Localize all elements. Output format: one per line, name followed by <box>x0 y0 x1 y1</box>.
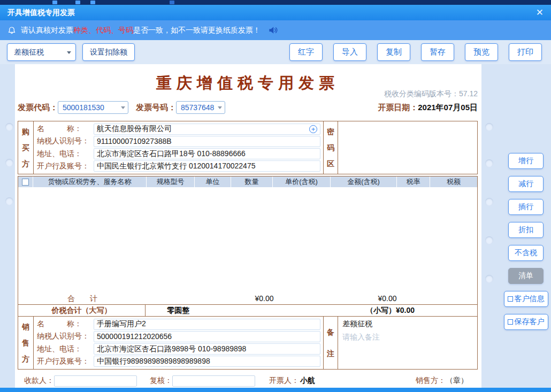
buyer-taxid-value: 91110000710927388B <box>97 137 172 145</box>
remove-row-button[interactable]: 减行 <box>508 176 544 192</box>
seller-taxid-input[interactable]: 500000191212020656 <box>94 331 320 342</box>
seller-address-input[interactable]: 北京市海淀区杏石口路9898号 010-98989898 <box>94 343 320 355</box>
decorative-dot <box>485 198 493 206</box>
buyer-bank-label: 开户行及账号： <box>37 162 94 171</box>
invoice-footer: 收款人： 复核： 开票人： 小航 销售方：（章） <box>18 374 478 387</box>
seller-address-row: 地址、电话： 北京市海淀区杏石口路9898号 010-98989898 <box>37 343 320 355</box>
password-area-label-text: 密码区 <box>327 124 335 172</box>
save-customer-button[interactable]: 保存客户 <box>504 314 548 330</box>
buyer-taxid-input[interactable]: 91110000710927388B <box>94 136 320 147</box>
buyer-name-row: 名 称： 航天信息股份有限公司 + <box>37 123 320 135</box>
seller-side-label: 销售方 <box>18 317 34 369</box>
invoice-number-select[interactable]: 85737648 <box>176 101 225 114</box>
drawer-label: 开票人： <box>269 376 299 386</box>
payee-label: 收款人： <box>24 376 54 386</box>
header-unit: 单位 <box>195 176 231 187</box>
total-label: 合 计 <box>18 294 147 304</box>
buyer-address-value: 北京市海淀区杏石口路甲18号 010-88896666 <box>97 149 246 159</box>
close-icon[interactable]: ✕ <box>536 8 544 17</box>
speaker-icon[interactable] <box>268 25 278 35</box>
select-all-checkbox[interactable] <box>22 179 29 186</box>
toolbar-actions: 红字 导入 复制 暂存 预览 打印 <box>289 43 544 61</box>
select-customer-icon[interactable]: + <box>309 125 317 133</box>
buyer-bank-input[interactable]: 中国民生银行北京紫竹支行 0120014170022475 <box>94 160 320 172</box>
header-amount: 金额(含税) <box>331 176 397 187</box>
taskbar-fragment-icon <box>75 1 80 4</box>
taskbar-fragment-icon <box>52 1 57 4</box>
invoice-window: 开具增值税专用发票 ✕ 请认真核对发票种类、代码、号码是否一致，如不一致请更换纸… <box>0 0 551 392</box>
invoice-code-row: 发票代码： 5000181530 发票号码： 85737648 开票日期：202… <box>18 99 478 116</box>
alert-bar: 请认真核对发票种类、代码、号码是否一致，如不一致请更换纸质发票！ <box>0 20 551 40</box>
copy-button[interactable]: 复制 <box>377 43 410 61</box>
remark-side-label: 备注 <box>323 317 338 369</box>
checkbox-icon <box>508 319 513 325</box>
header-checkbox-cell <box>18 176 33 187</box>
print-button[interactable]: 打印 <box>509 43 542 61</box>
buyer-section: 购买方 名 称： 航天信息股份有限公司 + 纳税人识别号： <box>18 121 478 174</box>
seller-stamp-label: 销售方： <box>416 376 446 385</box>
desktop-fragment-strip <box>0 0 551 5</box>
decorative-dot <box>5 159 13 167</box>
seller-address-label: 地址、电话： <box>37 344 94 354</box>
header-tax-rate: 税率 <box>397 176 430 187</box>
list-button[interactable]: 清单 <box>508 268 544 284</box>
decorative-dot <box>485 123 493 131</box>
payee-input[interactable] <box>54 375 137 387</box>
window-title: 开具增值税专用发票 <box>7 8 75 18</box>
tax-mode-select[interactable]: 差额征税 <box>7 43 76 61</box>
buyer-name-input[interactable]: 航天信息股份有限公司 + <box>94 124 320 135</box>
set-deduction-button[interactable]: 设置扣除额 <box>82 43 135 61</box>
items-table-header: 货物或应税劳务、服务名称 规格型号 单位 数量 单价(含税) 金额(含税) 税率… <box>18 176 477 187</box>
sum-capital-label: 价税合计（大写） <box>18 305 146 316</box>
save-customer-label: 保存客户 <box>515 317 545 327</box>
seller-taxid-row: 纳税人识别号： 500000191212020656 <box>37 330 320 342</box>
seller-taxid-value: 500000191212020656 <box>97 332 172 341</box>
remark-area[interactable]: 差额征税 请输入备注 <box>338 317 477 369</box>
items-table-body[interactable] <box>18 187 477 294</box>
reviewer-label: 复核： <box>150 376 172 386</box>
alert-text-prefix: 请认真核对发票 <box>21 26 73 34</box>
invoice-date-label: 开票日期： <box>378 103 418 112</box>
reviewer-input[interactable] <box>172 375 255 387</box>
chevron-down-icon <box>121 106 125 109</box>
password-area <box>338 121 477 174</box>
decorative-dot <box>485 159 493 167</box>
invoice-code-select[interactable]: 5000181530 <box>58 101 128 114</box>
seller-bank-input[interactable]: 中国银行98989898989898989898 <box>94 356 320 367</box>
seller-bank-row: 开户行及账号： 中国银行98989898989898989898 <box>37 356 320 367</box>
buyer-name-label: 名 称： <box>37 124 94 134</box>
alert-text: 请认真核对发票种类、代码、号码是否一致，如不一致请更换纸质发票！ <box>21 26 261 35</box>
decorative-dot <box>5 197 13 205</box>
insert-row-button[interactable]: 插行 <box>508 199 544 215</box>
total-price-value: ¥0.00 <box>227 294 302 303</box>
invoice-number-label: 发票号码： <box>136 103 176 113</box>
add-row-button[interactable]: 增行 <box>508 153 544 169</box>
seller-bank-label: 开户行及账号： <box>37 357 94 366</box>
buyer-address-input[interactable]: 北京市海淀区杏石口路甲18号 010-88896666 <box>94 148 320 159</box>
total-amount-value: ¥0.00 <box>350 294 425 303</box>
chevron-down-icon <box>67 51 71 54</box>
seller-name-input[interactable]: 手册编写用户2 <box>94 319 320 330</box>
checkbox-icon <box>508 296 513 302</box>
content-area: 重庆增值税专用发票 税收分类编码版本号：57.12 发票代码： 50001815… <box>0 64 551 388</box>
preview-button[interactable]: 预览 <box>465 43 498 61</box>
customer-info-button[interactable]: 客户信息 <box>504 291 548 307</box>
toolbar: 差额征税 设置扣除额 红字 导入 复制 暂存 预览 打印 <box>0 40 551 64</box>
alert-text-highlight: 种类、代码、号码 <box>73 26 133 34</box>
buyer-side-label: 购买方 <box>18 121 34 174</box>
temp-save-button[interactable]: 暂存 <box>421 43 454 61</box>
discount-button[interactable]: 折扣 <box>508 222 544 238</box>
invoice-date: 开票日期：2021年07月05日 <box>378 103 478 113</box>
seller-stamp-value: （章） <box>446 376 468 385</box>
seller-name-label: 名 称： <box>37 319 94 329</box>
window-bottom-edge <box>0 388 551 392</box>
seller-name-value: 手册编写用户2 <box>97 319 146 329</box>
title-bar: 开具增值税专用发票 ✕ <box>0 5 551 20</box>
import-button[interactable]: 导入 <box>333 43 366 61</box>
seller-fields: 名 称： 手册编写用户2 纳税人识别号： 500000191212020656 <box>34 317 323 369</box>
invoice-panel: 重庆增值税专用发票 税收分类编码版本号：57.12 发票代码： 50001815… <box>15 64 481 388</box>
red-letter-button[interactable]: 红字 <box>289 43 323 61</box>
invoice-date-value: 2021年07月05日 <box>418 103 478 112</box>
remark-placeholder: 请输入备注 <box>342 333 473 342</box>
tax-exclusive-button[interactable]: 不含税 <box>508 245 544 261</box>
